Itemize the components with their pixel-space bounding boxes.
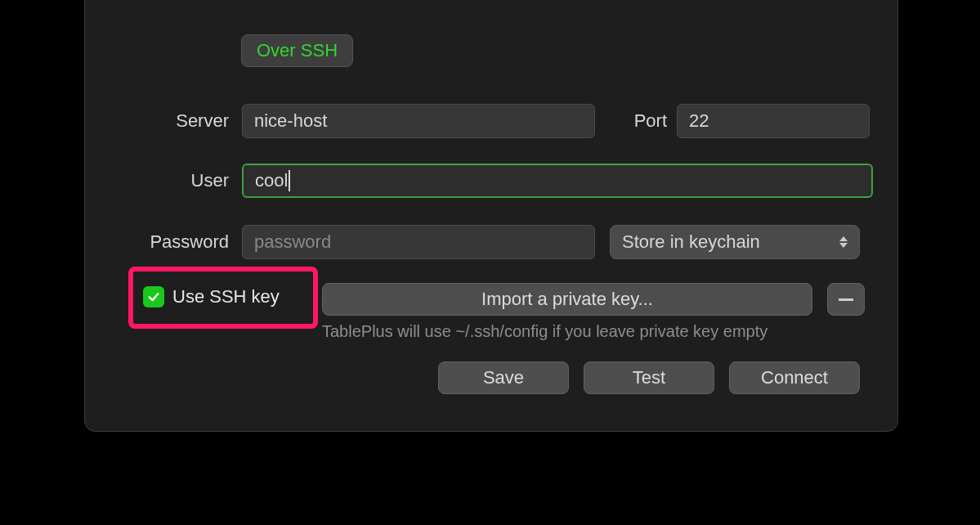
over-ssh-tab[interactable]: Over SSH bbox=[241, 34, 353, 67]
password-store-value: Store in keychain bbox=[622, 231, 760, 253]
password-store-select[interactable]: Store in keychain bbox=[610, 225, 860, 259]
server-label: Server bbox=[139, 110, 229, 132]
test-button-label: Test bbox=[633, 367, 665, 388]
chevron-updown-icon bbox=[839, 236, 848, 248]
password-label: Password bbox=[123, 231, 229, 253]
port-label: Port bbox=[610, 110, 667, 132]
import-private-key-label: Import a private key... bbox=[481, 289, 653, 310]
user-input[interactable]: cool bbox=[242, 164, 873, 198]
save-button[interactable]: Save bbox=[438, 361, 569, 394]
save-button-label: Save bbox=[483, 367, 524, 388]
port-input[interactable] bbox=[677, 104, 870, 138]
check-icon bbox=[146, 289, 161, 304]
server-input[interactable] bbox=[242, 104, 595, 138]
minus-icon bbox=[839, 298, 853, 301]
ssh-key-hint: TablePlus will use ~/.ssh/config if you … bbox=[322, 322, 767, 341]
text-cursor bbox=[289, 170, 290, 191]
connect-button-label: Connect bbox=[761, 367, 828, 388]
connect-button[interactable]: Connect bbox=[729, 361, 860, 394]
use-ssh-key-label: Use SSH key bbox=[172, 286, 280, 307]
over-ssh-label: Over SSH bbox=[257, 40, 338, 61]
user-input-value: cool bbox=[255, 170, 288, 191]
test-button[interactable]: Test bbox=[584, 361, 714, 394]
password-input[interactable] bbox=[242, 225, 595, 259]
import-private-key-button[interactable]: Import a private key... bbox=[322, 283, 812, 316]
user-label: User bbox=[139, 170, 229, 191]
connection-panel: Over SSH Server Port User cool Password … bbox=[84, 0, 898, 432]
remove-key-button[interactable] bbox=[827, 283, 865, 316]
use-ssh-key-checkbox[interactable] bbox=[143, 286, 164, 307]
